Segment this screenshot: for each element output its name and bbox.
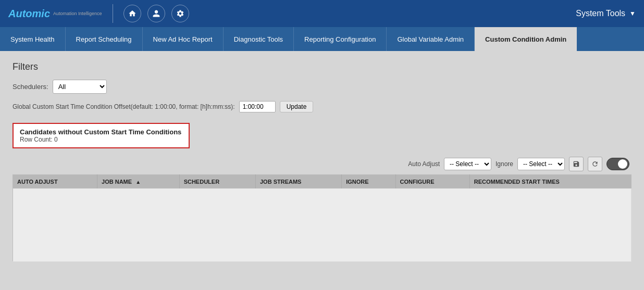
- col-scheduler: SCHEDULER: [179, 175, 255, 189]
- table-body: [13, 188, 631, 261]
- top-bar: Automic Automation Intelligence System T…: [0, 0, 644, 27]
- toggle-btn[interactable]: [606, 158, 629, 170]
- filters-title: Filters: [13, 61, 631, 72]
- system-tools-label[interactable]: System Tools: [576, 9, 625, 18]
- refresh-icon-btn[interactable]: [588, 157, 602, 171]
- user-icon[interactable]: [147, 5, 165, 22]
- schedulers-filter-row: Schedulers: All Scheduler 1 Scheduler 2: [13, 80, 631, 94]
- candidates-title: Candidates without Custom Start Time Con…: [20, 128, 182, 136]
- offset-input[interactable]: [239, 101, 276, 112]
- sort-arrow-job-name: ▲: [135, 179, 141, 185]
- tab-diagnostic-tools[interactable]: Diagnostic Tools: [224, 27, 294, 51]
- top-bar-left: Automic Automation Intelligence: [8, 4, 189, 23]
- offset-label: Global Custom Start Time Condition Offse…: [13, 103, 235, 110]
- tab-reporting-configuration[interactable]: Reporting Configuration: [294, 27, 387, 51]
- tab-system-health[interactable]: System Health: [0, 27, 66, 51]
- tab-custom-condition-admin[interactable]: Custom Condition Admin: [475, 27, 577, 51]
- logo-area: Automic Automation Intelligence: [8, 8, 102, 20]
- col-ignore: IGNORE: [342, 175, 395, 189]
- table-controls: Auto Adjust -- Select -- Ignore -- Selec…: [13, 157, 631, 171]
- tab-new-ad-hoc-report[interactable]: New Ad Hoc Report: [143, 27, 224, 51]
- candidates-count: Row Count: 0: [20, 136, 182, 143]
- logo-sub: Automation Intelligence: [53, 11, 102, 16]
- update-button[interactable]: Update: [280, 101, 314, 112]
- col-job-streams: JOB STREAMS: [255, 175, 341, 189]
- logo-text: Automation Intelligence: [53, 11, 102, 16]
- top-bar-right: System Tools ▼: [576, 9, 636, 18]
- tab-global-variable-admin[interactable]: Global Variable Admin: [387, 27, 475, 51]
- ignore-select[interactable]: -- Select --: [517, 158, 565, 170]
- save-icon-btn[interactable]: [569, 157, 584, 171]
- settings-icon[interactable]: [171, 5, 189, 22]
- toggle-circle: [618, 159, 627, 169]
- auto-adjust-select[interactable]: -- Select --: [444, 158, 491, 170]
- col-configure: CONFIGURE: [395, 175, 469, 189]
- home-icon[interactable]: [123, 5, 141, 22]
- auto-adjust-label: Auto Adjust: [408, 160, 440, 168]
- col-recommended-start-times: RECOMMENDED START TIMES: [469, 175, 631, 189]
- table-header: AUTO ADJUST JOB NAME ▲ SCHEDULER JOB STR…: [13, 175, 631, 189]
- system-tools-dropdown-arrow[interactable]: ▼: [629, 10, 636, 17]
- main-content: Filters Schedulers: All Scheduler 1 Sche…: [0, 51, 644, 272]
- tab-report-scheduling[interactable]: Report Scheduling: [66, 27, 143, 51]
- col-auto-adjust: AUTO ADJUST: [13, 175, 97, 189]
- offset-row: Global Custom Start Time Condition Offse…: [13, 101, 631, 112]
- schedulers-label: Schedulers:: [13, 83, 48, 91]
- logo-name: Automic: [8, 8, 50, 20]
- schedulers-select[interactable]: All Scheduler 1 Scheduler 2: [53, 80, 107, 94]
- candidates-box: Candidates without Custom Start Time Con…: [13, 123, 190, 148]
- divider: [113, 4, 113, 23]
- col-job-name[interactable]: JOB NAME ▲: [97, 175, 180, 189]
- data-table: AUTO ADJUST JOB NAME ▲ SCHEDULER JOB STR…: [13, 174, 631, 262]
- ignore-label: Ignore: [496, 160, 513, 168]
- tab-bar: System Health Report Scheduling New Ad H…: [0, 27, 644, 51]
- table-empty-row: [13, 188, 631, 261]
